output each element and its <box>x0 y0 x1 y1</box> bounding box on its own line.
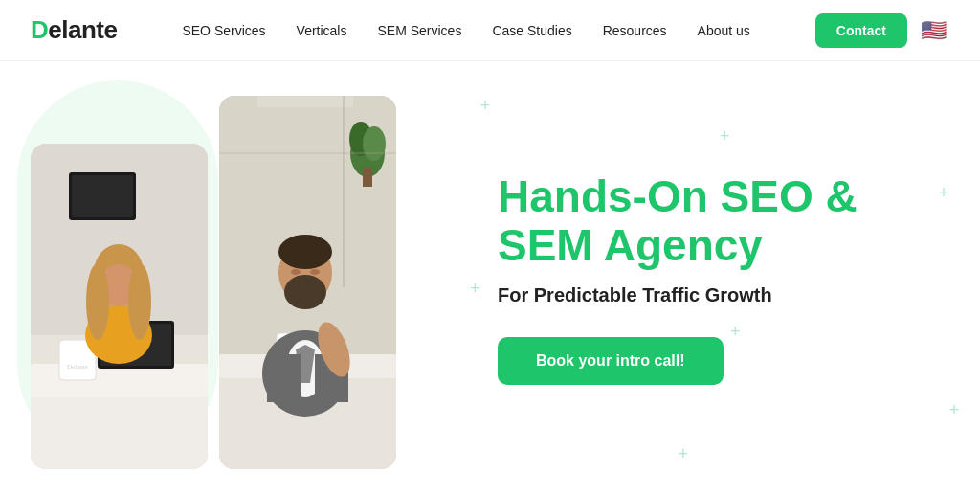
svg-text:Delante: Delante <box>67 363 88 371</box>
plus-mark-2: + <box>720 126 730 147</box>
svg-point-35 <box>284 275 326 309</box>
nav-links: SEO Services Verticals SEM Services Case… <box>182 22 749 39</box>
logo-rest: elante <box>48 15 117 45</box>
nav-right: Contact 🇺🇸 <box>815 13 949 48</box>
nav-item-about[interactable]: About us <box>698 22 750 39</box>
svg-rect-5 <box>31 364 208 397</box>
nav-item-seo[interactable]: SEO Services <box>182 22 265 39</box>
svg-rect-21 <box>363 168 372 187</box>
plus-mark-4: + <box>470 279 480 299</box>
plus-mark-7: + <box>678 444 688 464</box>
hero-content: + + + + + + + Hands-On SEO & SEM Agency … <box>459 61 980 496</box>
svg-point-20 <box>363 126 386 161</box>
plus-mark-1: + <box>480 96 491 116</box>
decorative-plus-marks: + + + + + + + <box>459 61 980 496</box>
cta-button[interactable]: Book your intro call! <box>498 337 724 385</box>
plus-mark-3: + <box>939 183 949 203</box>
plus-mark-6: + <box>949 400 960 420</box>
svg-rect-3 <box>72 175 133 217</box>
nav-item-case-studies[interactable]: Case Studies <box>492 22 571 39</box>
hero-image-man: Delante <box>219 96 396 469</box>
svg-rect-17 <box>257 96 353 107</box>
language-flag[interactable]: 🇺🇸 <box>919 15 949 46</box>
nav-item-sem[interactable]: SEM Services <box>377 22 461 39</box>
nav-item-verticals[interactable]: Verticals <box>297 22 347 39</box>
plus-mark-5: + <box>730 322 741 342</box>
svg-point-15 <box>128 263 151 340</box>
svg-point-37 <box>310 269 320 275</box>
hero-title-line1: Hands-On SEO & <box>498 171 858 221</box>
navbar: Delante SEO Services Verticals SEM Servi… <box>0 0 980 61</box>
hero-title-line2: SEM Agency <box>498 220 763 270</box>
logo[interactable]: Delante <box>31 15 117 45</box>
hero-title: Hands-On SEO & SEM Agency <box>498 172 923 269</box>
hero-images: Delante <box>0 61 459 496</box>
svg-rect-4 <box>31 393 208 469</box>
svg-rect-31 <box>267 354 301 402</box>
hero-image-woman: Delante <box>31 144 208 469</box>
svg-point-14 <box>86 263 109 340</box>
hero-subtitle: For Predictable Traffic Growth <box>498 284 923 306</box>
contact-button[interactable]: Contact <box>815 13 907 48</box>
svg-point-34 <box>278 235 332 269</box>
hero-section: Delante <box>0 61 980 496</box>
nav-item-resources[interactable]: Resources <box>603 22 667 39</box>
logo-d: D <box>31 15 48 45</box>
svg-point-36 <box>291 269 301 275</box>
